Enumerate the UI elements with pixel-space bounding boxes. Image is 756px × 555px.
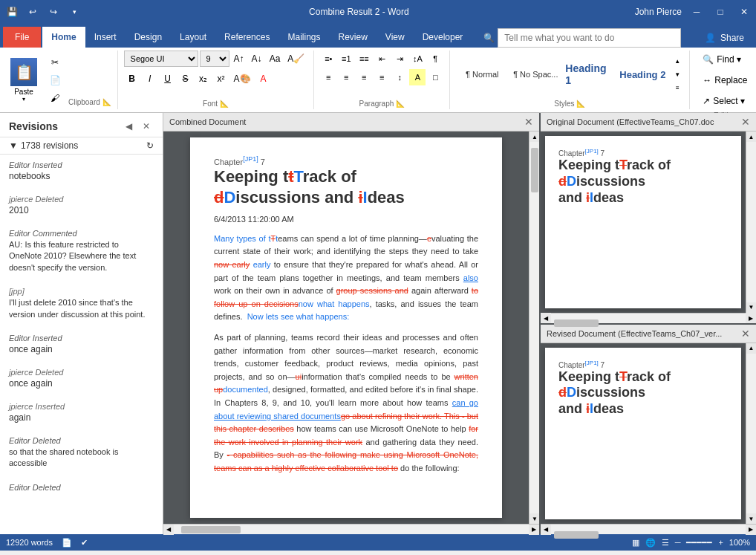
bold-button[interactable]: B [124,71,140,87]
styles-more-button[interactable]: ≡ [671,82,683,94]
orig-chapter-tag: Chapter[JP1] 7 [558,148,728,158]
decrease-indent-button[interactable]: ⇤ [374,51,390,67]
share-button[interactable]: 👤 Share [693,28,756,48]
tab-layout[interactable]: Layout [171,27,215,48]
search-input[interactable] [498,28,681,48]
scroll-down-button[interactable]: ▼ [529,513,539,524]
numbering-button[interactable]: ≡1 [338,51,354,67]
clear-format-button[interactable]: A🧹 [284,51,307,67]
view-normal-icon[interactable]: ▦ [632,538,639,548]
align-left-button[interactable]: ≡ [320,69,336,85]
line-spacing-button[interactable]: ↕ [391,69,408,85]
zoom-in-button[interactable]: + [718,538,723,547]
revision-text: notebooks [9,169,154,183]
tab-developer[interactable]: Developer [414,27,472,48]
font-size-select[interactable]: 9 [200,51,229,67]
revisions-collapse-button[interactable]: ◀ [121,119,136,134]
select-button[interactable]: ↗Select ▾ [696,92,752,110]
strikethrough-button[interactable]: S [177,71,194,87]
scroll-thumb[interactable] [531,148,538,192]
justify-button[interactable]: ≡ [374,69,390,85]
save-button[interactable]: 💾 [3,3,21,21]
increase-indent-button[interactable]: ⇥ [391,51,408,67]
styles-down-button[interactable]: ▼ [671,68,683,80]
restore-button[interactable]: □ [711,3,729,21]
undo-button[interactable]: ↩ [24,3,42,21]
scroll-right-button[interactable]: ▶ [529,525,539,535]
view-outline-icon[interactable]: ☰ [662,538,669,548]
rev-h-scroll-left[interactable]: ◀ [541,525,551,535]
font-color-button[interactable]: A [255,71,272,87]
align-center-button[interactable]: ≡ [338,69,354,85]
replace-button[interactable]: ↔Replace [696,71,754,89]
combined-doc-pane: Combined Document ✕ Chapter[JP1] 7 Keepi… [163,113,541,534]
tab-design[interactable]: Design [126,27,171,48]
paste-button[interactable]: 📋 Paste ▾ [6,55,42,106]
revised-doc-title: Revised Document (EffectiveTeams_Ch07_ve… [547,329,722,338]
align-right-button[interactable]: ≡ [356,69,372,85]
style-heading1[interactable]: Heading 1 [563,53,615,95]
multilevel-button[interactable]: ≡≡ [356,51,372,67]
borders-button[interactable]: □ [427,69,443,85]
tab-insert[interactable]: Insert [85,27,126,48]
revisions-panel: Revisions ◀ ✕ ▼ 1738 revisions ↻ Editor … [0,113,163,534]
minimize-button[interactable]: ─ [688,3,706,21]
revision-separator [0,427,163,433]
tab-references[interactable]: References [215,27,278,48]
shading-button[interactable]: A [409,69,426,85]
revised-doc-close[interactable]: ✕ [741,328,750,340]
find-button[interactable]: 🔍Find ▾ [696,51,748,68]
orig-scroll-up[interactable]: ▲ [746,132,756,142]
tab-file[interactable]: File [3,27,41,48]
tab-review[interactable]: Review [329,27,376,48]
original-doc-close[interactable]: ✕ [741,116,750,128]
tab-mailings[interactable]: Mailings [278,27,329,48]
h-scroll-thumb[interactable] [181,526,241,533]
zoom-slider[interactable]: ━━━━━ [686,538,712,548]
subscript-button[interactable]: x₂ [195,71,212,87]
orig-scroll-down[interactable]: ▼ [746,302,756,313]
shrink-font-button[interactable]: A↓ [249,51,265,67]
revisions-title: Revisions [9,120,58,132]
show-formatting-button[interactable]: ¶ [427,51,443,67]
refresh-icon[interactable]: ↻ [146,140,154,151]
tab-view[interactable]: View [377,27,414,48]
combined-doc-close[interactable]: ✕ [524,116,533,128]
rev-scroll-down[interactable]: ▼ [746,513,756,524]
zoom-out-button[interactable]: ─ [675,538,681,547]
format-painter-button[interactable]: 🖌 [45,90,65,106]
text-highlight-button[interactable]: A🎨 [231,71,254,87]
style-normal[interactable]: ¶ Normal [456,53,508,95]
cut-button[interactable]: ✂ [45,54,65,71]
rev-scroll-up[interactable]: ▲ [746,343,756,354]
italic-button[interactable]: I [142,71,158,87]
user-name: John Pierce [635,7,682,17]
style-no-space[interactable]: ¶ No Spac... [509,53,561,95]
list-item: jpierce Inserted again [0,399,163,427]
rev-h-scroll-right[interactable]: ▶ [746,525,756,535]
orig-h-thumb[interactable] [554,319,599,327]
sort-button[interactable]: ↕A [409,51,426,67]
status-bar: 12920 words 📄 ✔ ▦ 🌐 ☰ ─ ━━━━━ + 100% [0,534,756,551]
copy-button[interactable]: 📄 [45,72,65,88]
grow-font-button[interactable]: A↑ [231,51,247,67]
font-family-select[interactable]: Segoe UI [124,51,198,67]
tab-home[interactable]: Home [42,27,85,48]
view-web-icon[interactable]: 🌐 [645,538,656,548]
orig-h-scroll-right[interactable]: ▶ [746,313,756,323]
scroll-up-button[interactable]: ▲ [529,132,539,142]
scroll-left-button[interactable]: ◀ [163,525,174,535]
style-heading2[interactable]: Heading 2 [616,53,668,95]
customize-qat-button[interactable]: ▾ [65,3,83,21]
rev-h-thumb[interactable] [554,531,599,539]
redo-button[interactable]: ↪ [45,3,62,21]
font-group-label: Font 📐 [124,98,308,109]
change-case-button[interactable]: Aa [267,51,284,67]
close-button[interactable]: ✕ [735,3,753,21]
superscript-button[interactable]: x² [213,71,229,87]
orig-h-scroll-left[interactable]: ◀ [541,313,551,323]
bullets-button[interactable]: ≡• [320,51,336,67]
underline-button[interactable]: U [160,71,176,87]
styles-up-button[interactable]: ▲ [671,55,683,67]
revisions-close-button[interactable]: ✕ [139,119,154,134]
